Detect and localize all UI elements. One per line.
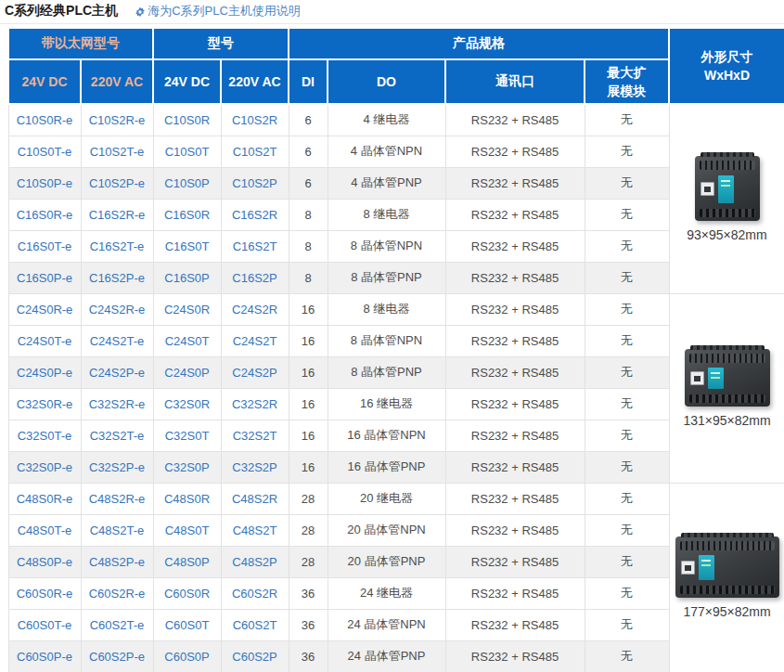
model-link[interactable]: C10S2P bbox=[232, 176, 276, 190]
table-row: C10S0R-eC10S2R-eC10S0RC10S2R64 继电器RS232 … bbox=[8, 104, 784, 136]
model-link[interactable]: C16S0P bbox=[164, 271, 209, 285]
model-220v-cell: C16S2R bbox=[221, 199, 289, 230]
ethernet-220v-model-cell: C10S2R-e bbox=[81, 104, 153, 136]
model-24v-cell: C16S0R bbox=[153, 199, 221, 230]
model-link[interactable]: C10S2R bbox=[232, 113, 277, 127]
model-link[interactable]: C16S0P-e bbox=[17, 271, 72, 285]
page-title: C系列经典PLC主机 bbox=[5, 3, 118, 19]
model-link[interactable]: C48S0P-e bbox=[17, 555, 72, 569]
model-link[interactable]: C48S0T bbox=[165, 523, 210, 537]
model-link[interactable]: C24S0T bbox=[165, 334, 210, 348]
model-link[interactable]: C32S0P-e bbox=[17, 460, 72, 474]
model-link[interactable]: C10S0R bbox=[164, 113, 210, 127]
model-link[interactable]: C24S2P-e bbox=[89, 366, 145, 380]
ethernet-24v-model-cell: C32S0P-e bbox=[8, 451, 81, 483]
model-link[interactable]: C10S2T-e bbox=[90, 145, 145, 159]
model-link[interactable]: C24S2T bbox=[233, 334, 277, 348]
model-link[interactable]: C10S2P-e bbox=[89, 176, 145, 190]
model-link[interactable]: C60S0T-e bbox=[18, 618, 72, 632]
device-image-cell: 177×95×82mm bbox=[669, 483, 784, 672]
model-link[interactable]: C32S0T bbox=[165, 429, 210, 443]
di-cell: 16 bbox=[289, 451, 328, 483]
model-link[interactable]: C60S2T bbox=[233, 618, 277, 632]
model-24v-cell: C24S0P bbox=[153, 356, 221, 388]
model-link[interactable]: C24S0R-e bbox=[17, 303, 73, 317]
model-link[interactable]: C48S0T-e bbox=[18, 523, 72, 537]
model-link[interactable]: C32S0R bbox=[164, 397, 210, 411]
model-link[interactable]: C16S2T bbox=[233, 239, 277, 253]
model-link[interactable]: C10S2R-e bbox=[89, 113, 146, 127]
model-link[interactable]: C16S0R bbox=[164, 208, 210, 222]
model-link[interactable]: C48S2P-e bbox=[89, 555, 145, 569]
max-expansion-cell: 无 bbox=[585, 356, 669, 388]
model-link[interactable]: C32S0P bbox=[164, 460, 209, 474]
model-link[interactable]: C16S2T-e bbox=[90, 239, 145, 253]
model-link[interactable]: C48S2T bbox=[233, 523, 277, 537]
model-link[interactable]: C48S0P bbox=[164, 555, 209, 569]
model-link[interactable]: C32S2R bbox=[232, 397, 277, 411]
do-cell: 8 晶体管PNP bbox=[328, 356, 445, 388]
model-link[interactable]: C48S2T-e bbox=[90, 523, 145, 537]
header-ethernet-24vdc: 24V DC bbox=[8, 59, 81, 104]
model-link[interactable]: C16S2P-e bbox=[89, 271, 145, 285]
model-link[interactable]: C48S2R bbox=[232, 492, 277, 506]
model-link[interactable]: C60S0P-e bbox=[17, 650, 72, 664]
header-dimensions-line2: WxHxD bbox=[670, 66, 784, 84]
model-link[interactable]: C32S2T-e bbox=[90, 429, 145, 443]
model-link[interactable]: C60S2R-e bbox=[89, 587, 146, 601]
model-link[interactable]: C60S0P bbox=[164, 650, 209, 664]
model-link[interactable]: C60S0R bbox=[164, 587, 210, 601]
header-max-expansion-line1: 最大扩 bbox=[585, 63, 668, 82]
table-row: C32S0T-eC32S2T-eC32S0TC32S2T1616 晶体管NPNR… bbox=[8, 420, 784, 451]
di-cell: 8 bbox=[289, 262, 328, 293]
model-link[interactable]: C24S0T-e bbox=[18, 334, 72, 348]
model-link[interactable]: C48S2P bbox=[232, 555, 276, 569]
model-link[interactable]: C24S0P-e bbox=[17, 366, 72, 380]
usage-doc-link[interactable]: 海为C系列PLC主机使用说明 bbox=[135, 3, 301, 19]
model-link[interactable]: C60S2P-e bbox=[89, 650, 145, 664]
model-link[interactable]: C16S0R-e bbox=[17, 208, 73, 222]
model-link[interactable]: C60S0R-e bbox=[17, 587, 73, 601]
model-220v-cell: C48S2R bbox=[221, 483, 289, 514]
model-link[interactable]: C24S2T-e bbox=[90, 334, 145, 348]
model-link[interactable]: C32S0R-e bbox=[17, 397, 73, 411]
ethernet-24v-model-cell: C48S0P-e bbox=[8, 546, 81, 577]
model-link[interactable]: C24S2R-e bbox=[89, 303, 146, 317]
model-link[interactable]: C10S0P-e bbox=[17, 176, 72, 190]
model-link[interactable]: C60S2P bbox=[232, 650, 276, 664]
model-link[interactable]: C32S2P bbox=[232, 460, 276, 474]
model-link[interactable]: C60S0T bbox=[165, 618, 210, 632]
model-24v-cell: C10S0P bbox=[153, 167, 221, 199]
model-link[interactable]: C16S0T bbox=[165, 239, 210, 253]
model-link[interactable]: C10S0R-e bbox=[17, 113, 73, 127]
model-link[interactable]: C60S2T-e bbox=[90, 618, 145, 632]
model-24v-cell: C10S0R bbox=[153, 104, 221, 136]
model-link[interactable]: C16S2R bbox=[232, 208, 277, 222]
model-link[interactable]: C10S2T bbox=[233, 145, 277, 159]
model-link[interactable]: C10S0T bbox=[165, 145, 210, 159]
model-link[interactable]: C48S0R bbox=[164, 492, 210, 506]
model-link[interactable]: C16S2P bbox=[232, 271, 276, 285]
model-link[interactable]: C16S2R-e bbox=[89, 208, 146, 222]
do-cell: 16 晶体管PNP bbox=[328, 451, 445, 483]
device-dimensions: 131×95×82mm bbox=[683, 413, 770, 428]
model-link[interactable]: C24S2R bbox=[232, 303, 277, 317]
ethernet-220v-model-cell: C10S2T-e bbox=[81, 136, 153, 167]
model-link[interactable]: C32S2T bbox=[233, 429, 277, 443]
model-link[interactable]: C16S0T-e bbox=[18, 239, 72, 253]
model-link[interactable]: C24S2P bbox=[232, 366, 276, 380]
model-link[interactable]: C32S0T-e bbox=[18, 429, 72, 443]
comm-port-cell: RS232 + RS485 bbox=[445, 104, 585, 136]
ethernet-24v-model-cell: C16S0R-e bbox=[8, 199, 81, 230]
model-link[interactable]: C10S0T-e bbox=[18, 145, 72, 159]
model-link[interactable]: C48S2R-e bbox=[89, 492, 146, 506]
model-link[interactable]: C24S0P bbox=[164, 366, 209, 380]
model-link[interactable]: C24S0R bbox=[164, 303, 210, 317]
model-link[interactable]: C32S2P-e bbox=[89, 460, 145, 474]
max-expansion-cell: 无 bbox=[585, 104, 669, 136]
model-link[interactable]: C10S0P bbox=[164, 176, 209, 190]
model-220v-cell: C48S2P bbox=[221, 546, 289, 577]
model-link[interactable]: C48S0R-e bbox=[17, 492, 73, 506]
model-link[interactable]: C32S2R-e bbox=[89, 397, 146, 411]
model-link[interactable]: C60S2R bbox=[232, 587, 277, 601]
